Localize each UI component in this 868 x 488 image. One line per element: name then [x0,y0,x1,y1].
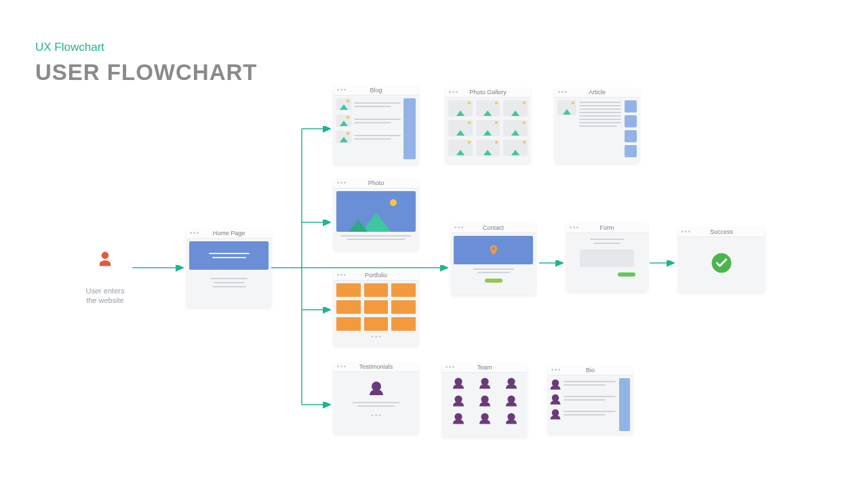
card-bio-title: Bio [548,367,633,373]
card-team-title: Team [442,364,527,371]
card-article-title: Article [555,89,639,96]
card-photo: Photo [334,179,418,250]
card-photo-title: Photo [334,180,418,186]
card-portfolio: Portfolio • • • [334,271,418,346]
card-article: Article [555,88,639,163]
card-form: Form [566,224,648,291]
card-testimonials-title: Testimonials [334,363,418,370]
card-form-title: Form [566,224,648,231]
card-contact-title: Contact [451,224,536,231]
card-bio: Bio [548,366,633,434]
card-gallery: Photo Gallery [446,88,530,163]
card-success-title: Success [678,228,765,235]
card-blog-title: Blog [334,87,418,94]
card-testimonials: Testimonials • • • [334,363,418,434]
card-success: Success [678,228,765,292]
card-team: Team [442,363,527,436]
card-portfolio-title: Portfolio [334,272,418,279]
check-circle-icon [710,251,733,274]
card-blog: Blog [334,86,418,164]
card-gallery-title: Photo Gallery [446,89,530,96]
card-home: Home Page [186,229,271,307]
pin-icon [488,243,500,258]
card-contact: Contact [451,224,536,295]
card-home-title: Home Page [186,230,271,237]
